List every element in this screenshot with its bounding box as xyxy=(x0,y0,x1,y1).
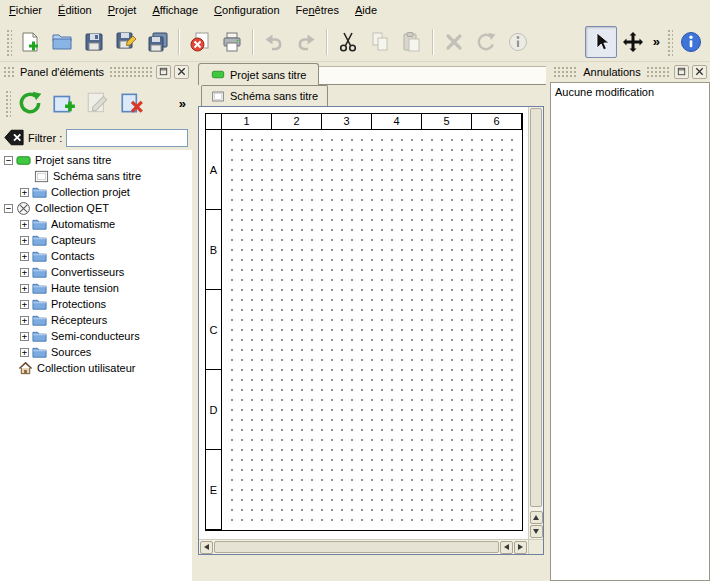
edit-element-button[interactable] xyxy=(81,86,115,120)
tree-item[interactable]: +Protections xyxy=(0,296,192,312)
float-panel-button[interactable] xyxy=(674,65,689,79)
grid-dots[interactable] xyxy=(223,131,521,529)
vertical-scrollbar[interactable] xyxy=(528,107,543,539)
diagram-view[interactable]: 123456 ABCDE xyxy=(198,106,544,555)
save-all-button[interactable] xyxy=(142,26,174,58)
visualisation-mode-button[interactable] xyxy=(617,26,649,58)
expand-icon[interactable]: + xyxy=(20,332,29,341)
scroll-down-button[interactable] xyxy=(530,525,543,538)
dock-drag-handle[interactable] xyxy=(553,66,578,77)
element-tree[interactable]: −Projet sans titreSchéma sans titre+Coll… xyxy=(0,150,192,581)
tree-item[interactable]: +Collection projet xyxy=(0,184,192,200)
scroll-left-button[interactable] xyxy=(500,541,513,554)
tree-item-label: Collection projet xyxy=(51,186,134,198)
horizontal-scrollbar-thumb[interactable] xyxy=(214,541,499,553)
menu-fichier[interactable]: Fichier xyxy=(1,0,50,22)
refresh-icon xyxy=(17,90,43,116)
scroll-left-button[interactable] xyxy=(200,541,213,554)
folder-icon xyxy=(32,265,47,280)
open-button[interactable] xyxy=(46,26,78,58)
tree-item[interactable]: Collection utilisateur xyxy=(0,360,192,376)
close-panel-button[interactable] xyxy=(692,65,707,79)
expand-icon[interactable]: + xyxy=(20,220,29,229)
tree-item[interactable]: Schéma sans titre xyxy=(0,168,192,184)
toolbar-overflow-chevron[interactable]: » xyxy=(175,97,190,110)
elements-toolbar: » xyxy=(0,81,192,125)
column-header: 1 xyxy=(222,114,272,130)
scroll-up-button[interactable] xyxy=(530,511,543,524)
tab-schema[interactable]: Schéma sans titre xyxy=(201,85,328,106)
close-file-button[interactable] xyxy=(184,26,216,58)
dock-drag-handle[interactable] xyxy=(3,66,15,77)
expand-icon[interactable]: + xyxy=(20,284,29,293)
dock-drag-handle[interactable] xyxy=(646,66,671,77)
menu-configuration[interactable]: Configuration xyxy=(206,0,287,22)
undo-history-list[interactable]: Aucune modification xyxy=(550,82,710,581)
main-toolbar: » xyxy=(0,22,710,62)
delete-element-button[interactable] xyxy=(115,86,149,120)
undo-button[interactable] xyxy=(258,26,290,58)
menu-aide[interactable]: Aide xyxy=(347,0,385,22)
new-document-button[interactable] xyxy=(14,26,46,58)
redo-button[interactable] xyxy=(290,26,322,58)
menu-edition[interactable]: Édition xyxy=(50,0,100,22)
tree-item[interactable]: +Semi-conducteurs xyxy=(0,328,192,344)
diagram-sheet[interactable]: 123456 ABCDE xyxy=(205,113,523,531)
expand-icon[interactable]: + xyxy=(20,268,29,277)
save-as-button[interactable] xyxy=(110,26,142,58)
collapse-icon[interactable]: − xyxy=(4,204,13,213)
selection-mode-button[interactable] xyxy=(585,26,617,58)
dock-drag-handle[interactable] xyxy=(109,66,153,77)
tree-item[interactable]: +Capteurs xyxy=(0,232,192,248)
expand-icon[interactable]: + xyxy=(20,316,29,325)
toolbar-drag-handle[interactable] xyxy=(4,89,11,117)
tree-item[interactable]: +Sources xyxy=(0,344,192,360)
expand-icon[interactable]: + xyxy=(20,300,29,309)
expand-icon[interactable]: + xyxy=(20,252,29,261)
print-button[interactable] xyxy=(216,26,248,58)
menu-affichage[interactable]: Affichage xyxy=(144,0,206,22)
copy-button[interactable] xyxy=(364,26,396,58)
undo-panel-titlebar[interactable]: Annulations xyxy=(550,62,710,81)
clear-filter-icon[interactable] xyxy=(4,129,24,146)
elements-panel-title: Panel d'éléments xyxy=(18,66,106,78)
float-panel-button[interactable] xyxy=(156,65,171,79)
tree-item-label: Contacts xyxy=(51,250,98,262)
close-panel-button[interactable] xyxy=(174,65,189,79)
about-button[interactable] xyxy=(675,26,707,58)
new-element-button[interactable] xyxy=(47,86,81,120)
expand-icon[interactable]: + xyxy=(20,188,29,197)
tree-item[interactable]: +Récepteurs xyxy=(0,312,192,328)
toolbar-overflow-chevron[interactable]: » xyxy=(649,35,664,48)
expand-icon[interactable]: + xyxy=(20,236,29,245)
elements-panel-titlebar[interactable]: Panel d'éléments xyxy=(0,62,192,81)
float-icon xyxy=(158,66,169,77)
element-info-button[interactable] xyxy=(502,26,534,58)
tree-item[interactable]: +Contacts xyxy=(0,248,192,264)
menu-fenetres[interactable]: Fenêtres xyxy=(288,0,347,22)
delete-button[interactable] xyxy=(438,26,470,58)
application-window: FichierÉditionProjetAffichageConfigurati… xyxy=(0,0,710,581)
tree-item-label: Collection utilisateur xyxy=(37,362,139,374)
menu-projet[interactable]: Projet xyxy=(100,0,145,22)
paste-button[interactable] xyxy=(396,26,428,58)
filter-input[interactable] xyxy=(66,129,188,147)
tree-item[interactable]: −Projet sans titre xyxy=(0,152,192,168)
toolbar-drag-handle[interactable] xyxy=(5,28,12,56)
collapse-icon[interactable]: − xyxy=(4,156,13,165)
tab-project[interactable]: Projet sans titre xyxy=(198,63,319,85)
toolbar-drag-handle[interactable] xyxy=(666,28,673,56)
vertical-scrollbar-thumb[interactable] xyxy=(530,108,542,507)
tree-item[interactable]: +Automatisme xyxy=(0,216,192,232)
save-button[interactable] xyxy=(78,26,110,58)
tree-item[interactable]: +Haute tension xyxy=(0,280,192,296)
tree-item[interactable]: +Convertisseurs xyxy=(0,264,192,280)
scroll-right-button[interactable] xyxy=(514,541,527,554)
reload-collections-button[interactable] xyxy=(13,86,47,120)
expand-icon[interactable]: + xyxy=(20,348,29,357)
tree-item[interactable]: −Collection QET xyxy=(0,200,192,216)
horizontal-scrollbar[interactable] xyxy=(199,539,528,554)
rotate-button[interactable] xyxy=(470,26,502,58)
paste-icon xyxy=(401,31,423,53)
cut-button[interactable] xyxy=(332,26,364,58)
